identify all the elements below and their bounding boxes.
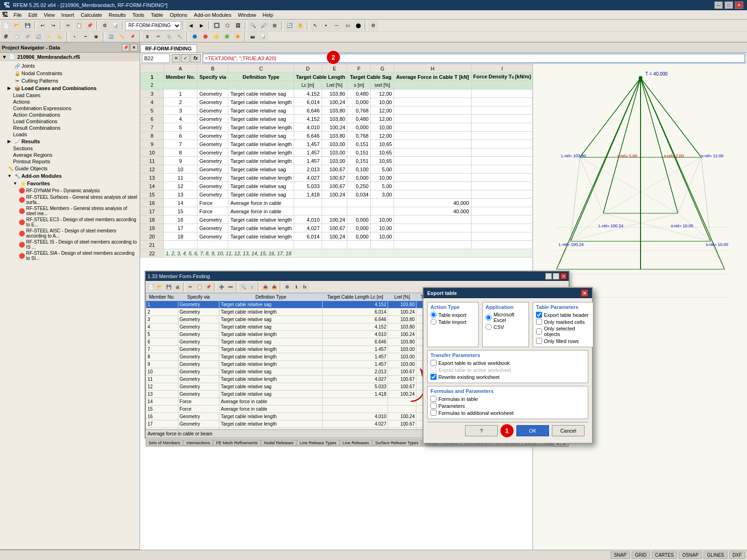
sub-grid-cell[interactable]: Geometry bbox=[178, 301, 219, 308]
sub-grid-cell[interactable]: Force bbox=[178, 406, 219, 413]
tree-rf-steel-ec3[interactable]: 🔴 RF-STEEL EC3 - Design of steel members… bbox=[18, 217, 139, 228]
sub-grid-cell[interactable]: 100.24 bbox=[388, 413, 416, 420]
tb-node[interactable]: • bbox=[321, 21, 331, 31]
sub-grid-cell[interactable]: 7 bbox=[146, 346, 178, 353]
grid-cell[interactable] bbox=[471, 90, 532, 98]
menu-table[interactable]: Table bbox=[148, 11, 166, 19]
tb2-n[interactable]: 📊 bbox=[258, 32, 268, 42]
sw-tab-intersections[interactable]: Intersections bbox=[183, 440, 213, 446]
sw-tb-formula[interactable]: fx bbox=[301, 283, 309, 291]
grid-cell[interactable]: 3 bbox=[141, 90, 164, 98]
grid-cell[interactable] bbox=[471, 174, 532, 182]
tb2-3[interactable]: 🔗 bbox=[22, 32, 33, 42]
grid-cell[interactable]: 2,013 bbox=[294, 165, 322, 174]
sub-grid-cell[interactable]: Target cable relative sag bbox=[219, 316, 322, 323]
tree-cutting-patterns[interactable]: ✂ Cutting Patterns bbox=[7, 77, 139, 84]
sub-grid-cell[interactable]: 17 bbox=[146, 420, 178, 428]
grid-cell[interactable]: 4,010 bbox=[294, 216, 322, 224]
grid-cell[interactable] bbox=[471, 224, 532, 232]
sub-grid-cell[interactable]: Target cable relative length bbox=[219, 413, 322, 420]
grid-cell[interactable]: 100,24 bbox=[322, 123, 347, 132]
tree-load-combos[interactable]: Load Combinations bbox=[12, 118, 139, 125]
grid-cell[interactable]: Target cable relative length bbox=[228, 148, 294, 157]
grid-cell-empty[interactable] bbox=[294, 241, 322, 249]
tb-paste[interactable]: 📌 bbox=[85, 21, 95, 31]
grid-cell[interactable]: 12,00 bbox=[371, 132, 394, 140]
grid-cell[interactable]: 0,768 bbox=[347, 106, 371, 115]
grid-cell[interactable] bbox=[394, 182, 471, 190]
tb2-6[interactable]: 📐 bbox=[55, 32, 65, 42]
grid-cell[interactable]: 6,014 bbox=[294, 232, 322, 241]
grid-cell[interactable]: Target cable relative length bbox=[228, 123, 294, 132]
grid-cell[interactable]: 6 bbox=[141, 115, 164, 123]
grid-cell[interactable] bbox=[471, 115, 532, 123]
grid-cell[interactable]: 8 bbox=[164, 148, 197, 157]
sw-tab-fe-mesh[interactable]: FE Mesh Refinements bbox=[213, 440, 261, 446]
grid-cell[interactable]: 14 bbox=[164, 199, 197, 207]
grid-cell[interactable]: Target cable relative sag bbox=[228, 132, 294, 140]
grid-cell[interactable]: Geometry bbox=[197, 106, 228, 115]
sub-grid-cell[interactable]: Target cable relative sag bbox=[219, 323, 322, 331]
menu-insert[interactable]: Insert bbox=[58, 11, 77, 19]
grid-cell[interactable]: 100,24 bbox=[322, 232, 347, 241]
formula-fx-btn[interactable]: fx bbox=[190, 54, 201, 63]
tree-loads[interactable]: Loads bbox=[12, 131, 139, 138]
tb2-l[interactable]: 🔶 bbox=[233, 32, 243, 42]
tb-fit[interactable]: ⊞ bbox=[269, 21, 280, 31]
sub-grid-cell[interactable]: Geometry bbox=[178, 308, 219, 316]
tree-results[interactable]: ▶ 📈 Results bbox=[7, 138, 139, 145]
tb-results[interactable]: 📊 bbox=[110, 21, 120, 31]
tree-rf-steel-is[interactable]: 🔴 RF-STEEL IS - Design of steel members … bbox=[18, 239, 139, 250]
chk-active-workbook-input[interactable] bbox=[430, 360, 437, 366]
tb-member[interactable]: ⬤ bbox=[353, 21, 363, 31]
sub-grid-cell[interactable]: 103.80 bbox=[388, 301, 416, 308]
grid-cell[interactable]: 1,457 bbox=[294, 140, 322, 148]
tb-next[interactable]: ▶ bbox=[197, 21, 207, 31]
grid-cell[interactable]: Geometry bbox=[197, 140, 228, 148]
grid-cell[interactable]: 0,151 bbox=[347, 148, 371, 157]
grid-cell[interactable] bbox=[394, 190, 471, 199]
content-tab-rf[interactable]: RF-FORM-FINDING bbox=[140, 44, 197, 52]
dialog-ok-btn[interactable]: OK bbox=[516, 425, 549, 436]
chk-selected-obj-input[interactable] bbox=[536, 329, 542, 335]
grid-cell[interactable] bbox=[471, 140, 532, 148]
sw-tb-del[interactable]: ➖ bbox=[226, 283, 234, 291]
sub-grid-cell[interactable]: 100.67 bbox=[388, 376, 416, 383]
tb-calc[interactable]: ⚙ bbox=[99, 21, 110, 31]
grid-cell[interactable]: 100,24 bbox=[322, 216, 347, 224]
grid-cell[interactable]: Geometry bbox=[197, 165, 228, 174]
sw-tb-open[interactable]: 📂 bbox=[155, 283, 164, 291]
grid-cell[interactable]: 4,152 bbox=[294, 115, 322, 123]
panel-pin-btn[interactable]: 📌 bbox=[122, 44, 129, 51]
sub-grid-cell[interactable]: 16 bbox=[146, 413, 178, 420]
formula-input[interactable] bbox=[203, 54, 745, 63]
grid-cell[interactable]: 6,014 bbox=[294, 98, 322, 106]
tb2-k[interactable]: 🟢 bbox=[222, 32, 232, 42]
menu-addon[interactable]: Add-on Modules bbox=[191, 11, 234, 19]
tree-rf-steel-surf[interactable]: 🔴 RF-STEEL Surfaces - General stress ana… bbox=[18, 194, 139, 205]
sub-win-close[interactable]: ✕ bbox=[560, 273, 567, 280]
grid-cell[interactable]: 4,027 bbox=[294, 224, 322, 232]
sw-tb-add[interactable]: ➕ bbox=[217, 283, 226, 291]
grid-cell[interactable]: 10,00 bbox=[371, 232, 394, 241]
sub-grid-cell[interactable]: 100.24 bbox=[388, 331, 416, 338]
grid-cell[interactable]: 10,00 bbox=[371, 216, 394, 224]
sub-grid-cell[interactable]: Target cable relative sag bbox=[219, 383, 322, 391]
sub-grid-cell[interactable]: 4.152 bbox=[323, 301, 388, 308]
grid-cell-empty[interactable] bbox=[228, 241, 294, 249]
sub-grid-cell[interactable]: Target cable relative length bbox=[219, 376, 322, 383]
grid-cell[interactable]: 40,000 bbox=[394, 207, 471, 216]
tree-result-combos[interactable]: Result Combinations bbox=[12, 125, 139, 131]
grid-cell[interactable]: 0,000 bbox=[347, 232, 371, 241]
grid-cell-empty[interactable] bbox=[347, 241, 371, 249]
radio-excel-input[interactable] bbox=[486, 315, 492, 321]
grid-cell[interactable]: 1,457 bbox=[294, 148, 322, 157]
sub-grid-cell[interactable]: 103.00 bbox=[388, 361, 416, 368]
grid-cell[interactable] bbox=[471, 132, 532, 140]
sub-grid-cell[interactable]: 100.24 bbox=[388, 308, 416, 316]
grid-cell[interactable]: Geometry bbox=[197, 132, 228, 140]
grid-cell[interactable]: 10,65 bbox=[371, 157, 394, 165]
grid-cell[interactable]: Target cable relative length bbox=[228, 98, 294, 106]
grid-cell[interactable]: Target cable relative sag bbox=[228, 182, 294, 190]
grid-cell[interactable] bbox=[471, 190, 532, 199]
